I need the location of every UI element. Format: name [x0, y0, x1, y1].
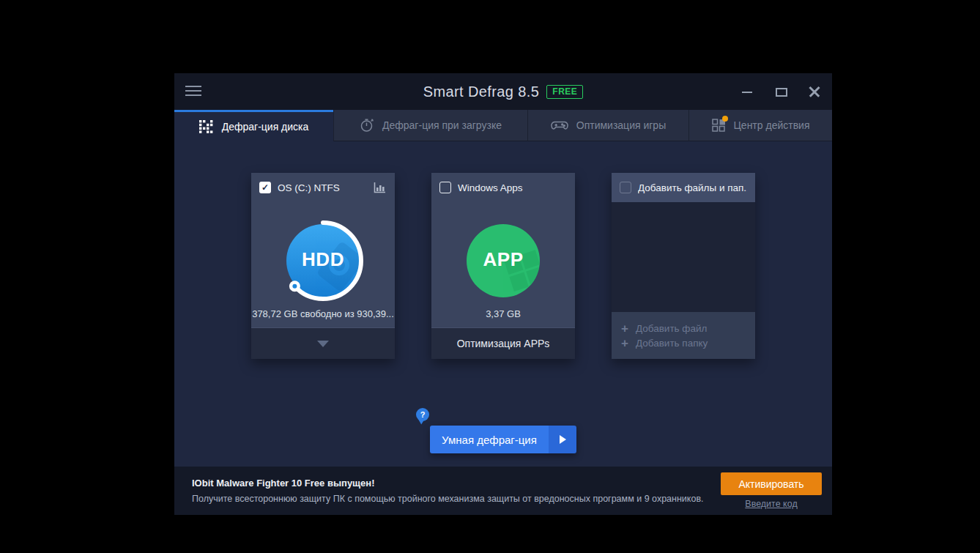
- apps-size-text: 3,37 GB: [486, 308, 521, 319]
- disk-card-expander[interactable]: [251, 327, 395, 359]
- custom-card-label: Добавить файлы и пап...: [638, 182, 747, 193]
- main-content: ✓ OS (C:) NTFS: [174, 141, 832, 467]
- main-menu-icon[interactable]: [185, 86, 201, 99]
- tabbar: Дефраг-ция диска Дефраг-ция при загрузке: [174, 110, 832, 141]
- disk-card[interactable]: ✓ OS (C:) NTFS: [251, 173, 395, 359]
- titlebar: Smart Defrag 8.5 FREE: [174, 73, 832, 110]
- disk-card-body: HDD 378,72 GB свободно из 930,39...: [251, 202, 395, 327]
- add-file-label: Добавить файл: [636, 323, 707, 334]
- action-center-icon: [712, 119, 726, 133]
- tab-disk-defrag[interactable]: Дефраг-ция диска: [174, 110, 333, 141]
- add-folder-button[interactable]: + Добавить папку: [621, 337, 755, 349]
- app-circle: APP: [459, 217, 547, 305]
- apps-card-header: Windows Apps: [431, 173, 575, 202]
- play-icon: [560, 435, 566, 444]
- disk-card-label: OS (C:) NTFS: [278, 182, 366, 193]
- tab-boot-defrag[interactable]: Дефраг-ция при загрузке: [333, 110, 527, 141]
- disk-defrag-icon: [199, 120, 214, 133]
- promo-title: IObit Malware Fighter 10 Free выпущен!: [192, 478, 704, 489]
- tab-game-optimize[interactable]: Оптимизация игры: [527, 110, 688, 141]
- custom-files-card[interactable]: Добавить файлы и пап... + Добавить файл …: [612, 173, 755, 359]
- plus-icon: +: [621, 322, 628, 335]
- smart-defrag-button[interactable]: Умная дефраг-ция: [430, 426, 576, 453]
- enter-code-link[interactable]: Введите код: [745, 499, 797, 509]
- apps-card[interactable]: Windows Apps: [431, 173, 575, 359]
- free-badge: FREE: [546, 85, 583, 99]
- optimize-apps-label: Оптимизация APPs: [457, 338, 550, 349]
- minimize-button[interactable]: [741, 86, 753, 97]
- custom-checkbox[interactable]: [620, 182, 631, 193]
- tab-label: Центр действия: [734, 119, 810, 131]
- disk-size-text: 378,72 GB свободно из 930,39...: [252, 308, 394, 319]
- promo-description: Получите всестороннюю защиту ПК с помощь…: [192, 494, 704, 504]
- disk-card-header: ✓ OS (C:) NTFS: [251, 173, 395, 202]
- defrag-options-dropdown[interactable]: [549, 426, 576, 453]
- app-title: Smart Defrag 8.5: [423, 83, 540, 100]
- cards-row: ✓ OS (C:) NTFS: [174, 173, 832, 359]
- plus-icon: +: [621, 337, 628, 349]
- chevron-down-icon: [317, 341, 329, 347]
- promo-actions: Активировать Введите код: [721, 472, 822, 509]
- smart-defrag-button-label[interactable]: Умная дефраг-ция: [430, 426, 549, 453]
- custom-card-header: Добавить файлы и пап...: [612, 173, 755, 202]
- custom-file-list[interactable]: [612, 202, 755, 312]
- hdd-label: HDD: [279, 248, 367, 271]
- custom-card-footer: + Добавить файл + Добавить папку: [612, 312, 755, 359]
- hdd-circle: HDD: [279, 217, 367, 305]
- help-icon[interactable]: ?: [416, 408, 429, 421]
- apps-checkbox[interactable]: [439, 182, 451, 193]
- title-wrap: Smart Defrag 8.5 FREE: [423, 83, 584, 100]
- desktop: { "titlebar": { "title": "Smart Defrag 8…: [0, 0, 980, 553]
- activate-button[interactable]: Активировать: [721, 472, 822, 495]
- close-button[interactable]: [809, 86, 820, 97]
- add-folder-label: Добавить папку: [636, 338, 708, 349]
- promo-footer: IObit Malware Fighter 10 Free выпущен! П…: [174, 467, 832, 515]
- app-label: APP: [459, 248, 547, 271]
- window-controls: [741, 73, 820, 110]
- tab-label: Оптимизация игры: [576, 119, 666, 131]
- tab-label: Дефраг-ция диска: [222, 121, 309, 133]
- add-file-button[interactable]: + Добавить файл: [621, 322, 755, 335]
- boot-defrag-icon: [360, 118, 374, 133]
- tab-label: Дефраг-ция при загрузке: [382, 119, 502, 131]
- notification-dot: [722, 116, 728, 122]
- optimize-apps-button[interactable]: Оптимизация APPs: [431, 327, 575, 359]
- maximize-button[interactable]: [775, 86, 787, 97]
- tab-action-center[interactable]: Центр действия: [688, 110, 832, 141]
- disk-analysis-chart-icon[interactable]: [373, 182, 387, 194]
- disk-checkbox[interactable]: ✓: [259, 182, 271, 193]
- promo-texts: IObit Malware Fighter 10 Free выпущен! П…: [192, 478, 704, 504]
- smart-defrag-window: Smart Defrag 8.5 FREE Дефраг-ци: [174, 73, 832, 515]
- gamepad-icon: [551, 118, 568, 133]
- apps-card-label: Windows Apps: [458, 182, 567, 193]
- apps-card-body: APP 3,37 GB: [431, 202, 575, 327]
